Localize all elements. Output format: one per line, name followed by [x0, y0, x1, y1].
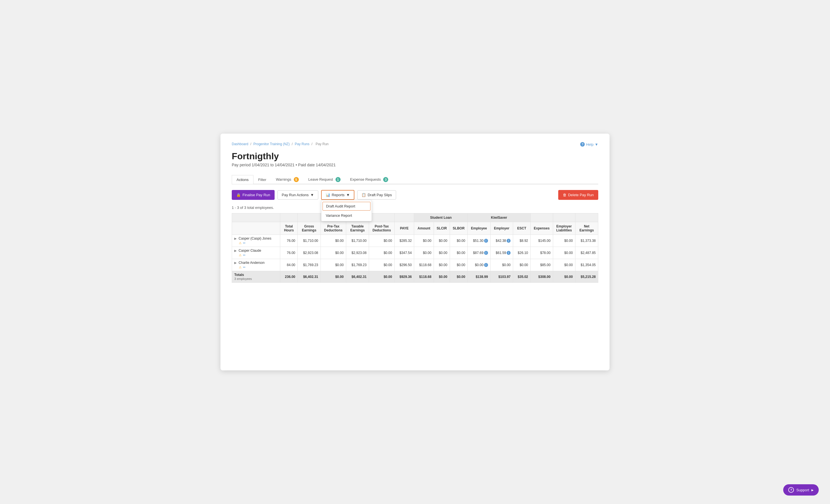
esct-1: $26.10: [513, 247, 531, 259]
ks-employer-info-icon-1: i: [507, 251, 511, 255]
help-caret-icon: ▼: [595, 143, 598, 147]
col-employer-liab-group: [553, 213, 575, 222]
draft-audit-report-item[interactable]: Draft Audit Report: [322, 202, 371, 211]
pre-tax-0: $0.00: [321, 235, 346, 247]
variance-report-item[interactable]: Variance Report: [321, 211, 372, 220]
col-name-group: [232, 213, 280, 222]
page-title: Fortnigthly: [232, 151, 598, 161]
expand-icon-1[interactable]: ▶: [234, 249, 236, 252]
tab-filter[interactable]: Filter: [253, 175, 271, 184]
draft-slips-label: Draft Pay Slips: [368, 193, 392, 197]
warnings-badge: 5: [294, 177, 299, 182]
warning-icon-2: ⚠: [239, 265, 242, 269]
col-header-expenses: Expenses: [531, 222, 553, 235]
tab-warnings[interactable]: Warnings 5: [271, 175, 304, 184]
expenses-1: $78.00: [531, 247, 553, 259]
total-hours-1: 76.00: [280, 247, 298, 259]
support-label: Support: [796, 488, 809, 492]
total-hours-2: 84.00: [280, 259, 298, 271]
post-tax-1: $0.00: [369, 247, 394, 259]
expand-icon-0[interactable]: ▶: [234, 237, 236, 240]
breadcrumb-org[interactable]: Progenitor Training (NZ): [253, 142, 290, 146]
finalise-pay-run-button[interactable]: 🔒 Finalise Pay Run: [232, 190, 275, 200]
tab-expense-requests[interactable]: Expense Requests 3: [345, 175, 393, 184]
main-window: ? Help ▼ Dashboard / Progenitor Training…: [220, 134, 610, 370]
breadcrumb-sep3: /: [312, 142, 314, 146]
breadcrumb-current: Pay Run: [316, 142, 329, 146]
expand-icon-2[interactable]: ▶: [234, 261, 236, 264]
totals-paye: $929.36: [394, 271, 414, 283]
totals-slbor: $0.00: [450, 271, 468, 283]
employee-name-2: Charlie Anderson: [238, 261, 264, 265]
col-posttax-group: [369, 213, 394, 222]
student-loan-group: Student Loan: [414, 213, 468, 222]
reports-dropdown-menu: Draft Audit Report Variance Report: [321, 200, 372, 221]
totals-row: Totals 3 employees 236.00 $6,402.31 $0.0…: [232, 271, 598, 283]
leave-badge: 1: [336, 177, 341, 182]
totals-pretax: $0.00: [321, 271, 346, 283]
totals-employer-liab: $0.00: [553, 271, 575, 283]
totals-sl-amount: $118.68: [414, 271, 434, 283]
breadcrumb-dashboard[interactable]: Dashboard: [232, 142, 248, 146]
col-header-hours: TotalHours: [280, 222, 298, 235]
col-header-sl-amount: Amount: [414, 222, 434, 235]
table-body: ▶ Casper (Caspi) Jones ⚠ ✏ 76.00 $1,710.…: [232, 235, 598, 283]
totals-label: Totals: [234, 273, 244, 277]
edit-icon-2[interactable]: ✏: [243, 265, 246, 269]
breadcrumb: Dashboard / Progenitor Training (NZ) / P…: [232, 142, 598, 146]
ks-employee-info-icon-0: i: [484, 239, 488, 243]
total-hours-0: 76.00: [280, 235, 298, 247]
employee-name-0: Casper (Caspi) Jones: [238, 237, 271, 241]
pre-tax-2: $0.00: [321, 259, 346, 271]
ks-employer-2: $0.00: [490, 259, 513, 271]
pay-period: Pay period 1/04/2021 to 14/04/2021 • Pai…: [232, 163, 598, 167]
totals-esct: $35.02: [513, 271, 531, 283]
edit-icon-1[interactable]: ✏: [243, 253, 246, 257]
col-net-group: [575, 213, 598, 222]
pay-run-actions-button[interactable]: Pay Run Actions ▼: [278, 190, 318, 199]
employer-liab-2: $0.00: [553, 259, 575, 271]
delete-pay-run-button[interactable]: 🗑 Delete Pay Run: [558, 190, 598, 200]
totals-expenses: $308.00: [531, 271, 553, 283]
gross-earnings-0: $1,710.00: [298, 235, 321, 247]
ks-employee-0: $51.30i: [468, 235, 490, 247]
col-header-net: NetEarnings: [575, 222, 598, 235]
expenses-0: $145.00: [531, 235, 553, 247]
net-earnings-1: $2,487.85: [575, 247, 598, 259]
pre-tax-1: $0.00: [321, 247, 346, 259]
totals-label-cell: Totals 3 employees: [232, 271, 280, 283]
support-button[interactable]: ? Support ▶: [783, 484, 819, 496]
paye-2: $296.50: [394, 259, 414, 271]
draft-pay-slips-button[interactable]: 📋 Draft Pay Slips: [357, 190, 396, 199]
col-header-slbor: SLBOR: [450, 222, 468, 235]
delete-icon: 🗑: [563, 193, 566, 197]
slcir-0: $0.00: [434, 235, 450, 247]
reports-icon: 📊: [326, 193, 330, 197]
finalise-label: Finalise Pay Run: [243, 193, 270, 197]
help-button[interactable]: ? Help ▼: [580, 142, 598, 147]
action-bar: 🔒 Finalise Pay Run Pay Run Actions ▼ 📊 R…: [232, 190, 598, 200]
ks-employee-info-icon-2: i: [484, 263, 488, 267]
totals-gross: $6,402.31: [298, 271, 321, 283]
reports-caret: ▼: [346, 193, 350, 197]
reports-button[interactable]: 📊 Reports ▼: [321, 190, 354, 200]
warning-icon-1: ⚠: [239, 253, 242, 257]
breadcrumb-pay-runs[interactable]: Pay Runs: [295, 142, 309, 146]
paye-1: $347.54: [394, 247, 414, 259]
ks-employee-1: $87.69i: [468, 247, 490, 259]
employee-cell-2: ▶ Charlie Anderson ⚠ ✏: [232, 259, 280, 271]
employer-liab-0: $0.00: [553, 235, 575, 247]
lock-icon: 🔒: [236, 193, 241, 197]
tab-leave-request[interactable]: Leave Request 1: [304, 175, 345, 184]
col-header-slcir: SLCIR: [434, 222, 450, 235]
slcir-1: $0.00: [434, 247, 450, 259]
ks-employer-1: $61.59i: [490, 247, 513, 259]
taxable-1: $2,923.08: [346, 247, 369, 259]
tab-actions[interactable]: Actions: [232, 175, 253, 184]
gross-earnings-1: $2,923.08: [298, 247, 321, 259]
employer-liab-1: $0.00: [553, 247, 575, 259]
totals-sub-label: 3 employees: [234, 277, 252, 281]
support-caret-icon: ▶: [811, 489, 813, 492]
edit-icon-0[interactable]: ✏: [243, 241, 246, 245]
payroll-table: Student Loan KiwiSaver TotalHours GrossE…: [232, 213, 598, 283]
